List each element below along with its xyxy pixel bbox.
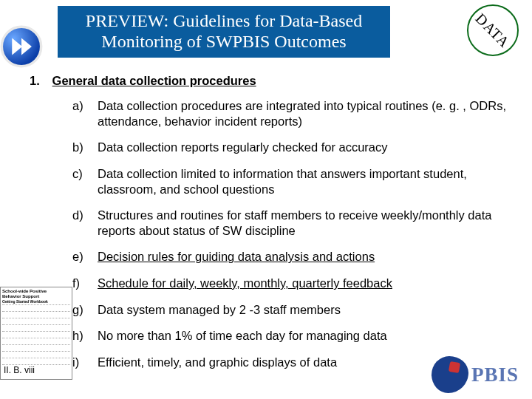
list-item: h)No more than 1% of time each day for m… [72,328,516,344]
pbis-logo-text: PBIS [471,364,519,386]
slide-title-bar: PREVIEW: Guidelines for Data-Based Monit… [58,6,390,58]
fast-forward-icon [0,25,43,68]
list-item-text: Efficient, timely, and graphic displays … [98,355,337,370]
data-badge: DATA [457,0,530,66]
list-item-marker: g) [72,302,98,318]
pbis-logo: PBIS [432,353,528,396]
list-item: g)Data system managed by 2 -3 staff memb… [72,302,516,318]
sub-list: a)Data collection procedures are integra… [72,98,516,370]
list-item-text: Data collection limited to information t… [98,166,516,197]
main-number: 1. [30,74,49,88]
data-badge-text: DATA [472,10,514,51]
list-item-marker: d) [72,208,98,238]
list-item-marker: i) [72,355,98,370]
content-area: 1. General data collection procedures a)… [30,74,516,381]
list-item-marker: b) [72,140,98,155]
list-item-marker: h) [72,328,98,344]
list-item-text: Structures and routines for staff member… [98,208,516,238]
pbis-logo-graphic [432,356,468,393]
list-item-text: Decision rules for guiding data analysis… [98,249,375,265]
thumb-line: Getting Started Workbook [2,300,70,304]
list-item: c)Data collection limited to information… [72,166,516,197]
thumb-line: School-wide Positive [2,289,70,293]
thumb-line: Behavior Support [2,294,70,299]
list-item-marker: c) [72,166,98,197]
thumbnail-ref: II. B. viii [4,365,35,375]
list-item-marker: f) [72,276,98,291]
list-item-text: Schedule for daily, weekly, monthly, qua… [98,276,392,291]
list-item-text: Data collection procedures are integrate… [98,98,516,129]
list-item: d)Structures and routines for staff memb… [72,208,516,238]
list-item-text: No more than 1% of time each day for man… [98,328,387,344]
main-list-item: 1. General data collection procedures [30,74,516,88]
list-item-marker: e) [72,249,98,265]
list-item-text: Data collection reports regularly checke… [98,140,388,155]
main-heading: General data collection procedures [52,74,256,87]
list-item-text: Data system managed by 2 -3 staff member… [98,302,341,318]
slide-title: PREVIEW: Guidelines for Data-Based Monit… [58,11,390,52]
list-item: b)Data collection reports regularly chec… [72,140,516,155]
list-item: f)Schedule for daily, weekly, monthly, q… [72,276,516,291]
list-item-marker: a) [72,98,98,129]
list-item: e)Decision rules for guiding data analys… [72,249,516,265]
list-item: a)Data collection procedures are integra… [72,98,516,129]
